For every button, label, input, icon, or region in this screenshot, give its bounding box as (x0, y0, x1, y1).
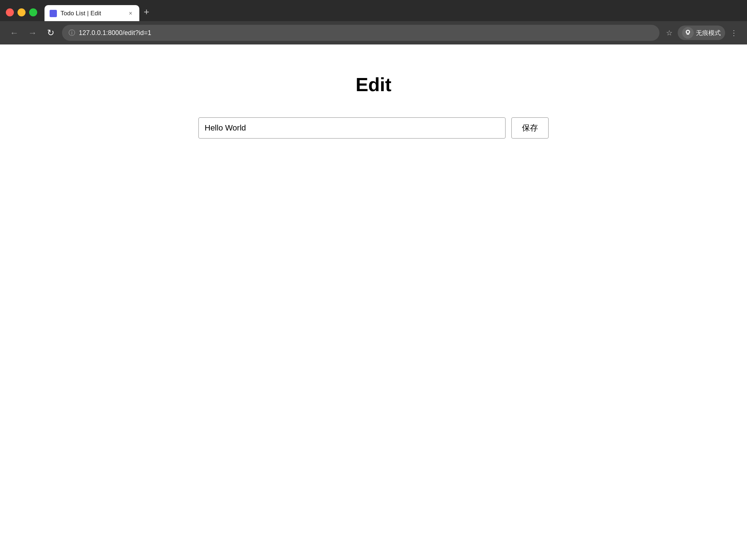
back-icon: ← (10, 28, 19, 38)
incognito-badge[interactable]: 无痕模式 (678, 26, 725, 40)
browser-chrome: Todo List | Edit × + ← → ↻ ⓘ ☆ (0, 0, 747, 44)
minimize-window-button[interactable] (18, 8, 26, 16)
more-icon: ⋮ (730, 28, 738, 37)
bookmark-icon: ☆ (666, 28, 673, 37)
address-bar-container[interactable]: ⓘ (62, 25, 659, 41)
active-tab[interactable]: Todo List | Edit × (44, 5, 139, 22)
close-window-button[interactable] (6, 8, 14, 16)
page-title: Edit (356, 74, 391, 96)
window-controls (6, 8, 37, 16)
bookmark-button[interactable]: ☆ (664, 26, 675, 39)
edit-text-input[interactable] (198, 117, 506, 139)
tab-favicon (50, 10, 57, 17)
more-options-button[interactable]: ⋮ (728, 26, 740, 39)
nav-bar: ← → ↻ ⓘ ☆ 无痕模式 ⋮ (0, 21, 747, 44)
title-bar: Todo List | Edit × + (0, 0, 747, 21)
back-button[interactable]: ← (7, 26, 21, 40)
reload-icon: ↻ (47, 28, 54, 38)
tab-title: Todo List | Edit (61, 10, 123, 17)
save-button[interactable]: 保存 (511, 117, 549, 139)
browser-actions: ☆ 无痕模式 ⋮ (664, 26, 740, 40)
reload-button[interactable]: ↻ (44, 26, 58, 40)
page-content: Edit 保存 (0, 44, 747, 139)
forward-icon: → (28, 28, 37, 38)
incognito-icon (682, 27, 694, 39)
tab-close-button[interactable]: × (127, 10, 134, 17)
address-info-icon: ⓘ (69, 28, 75, 37)
maximize-window-button[interactable] (29, 8, 37, 16)
incognito-label: 无痕模式 (696, 29, 721, 37)
new-tab-button[interactable]: + (141, 3, 152, 20)
tab-bar: Todo List | Edit × + (44, 3, 741, 22)
edit-form: 保存 (198, 117, 549, 139)
address-bar-input[interactable] (79, 29, 653, 37)
forward-button[interactable]: → (26, 26, 39, 40)
